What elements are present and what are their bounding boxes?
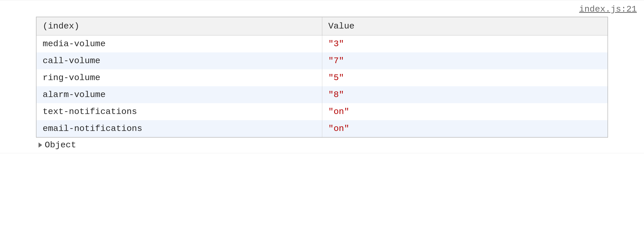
object-expand-row[interactable]: Object — [39, 140, 644, 150]
cell-value: "8" — [322, 86, 608, 103]
cell-index: alarm-volume — [36, 86, 322, 103]
source-file-link[interactable]: index.js:21 — [579, 4, 637, 14]
data-table: (index) Value media-volume "3" call-volu… — [36, 17, 608, 138]
cell-value: "on" — [322, 120, 608, 137]
console-log-entry: index.js:21 (index) Value media-volume "… — [0, 0, 644, 153]
cell-index: call-volume — [36, 52, 322, 69]
table-row[interactable]: email-notifications "on" — [36, 120, 608, 137]
table-row[interactable]: alarm-volume "8" — [36, 86, 608, 103]
console-table: (index) Value media-volume "3" call-volu… — [36, 17, 608, 138]
table-row[interactable]: ring-volume "5" — [36, 69, 608, 86]
cell-index: email-notifications — [36, 120, 322, 137]
cell-index: text-notifications — [36, 103, 322, 120]
cell-index: ring-volume — [36, 69, 322, 86]
object-label: Object — [45, 140, 76, 150]
cell-value: "on" — [322, 103, 608, 120]
cell-index: media-volume — [36, 35, 322, 53]
cell-value: "5" — [322, 69, 608, 86]
table-row[interactable]: media-volume "3" — [36, 35, 608, 53]
disclosure-triangle-icon — [39, 142, 42, 148]
header-value[interactable]: Value — [322, 17, 608, 35]
cell-value: "7" — [322, 52, 608, 69]
table-row[interactable]: call-volume "7" — [36, 52, 608, 69]
table-row[interactable]: text-notifications "on" — [36, 103, 608, 120]
header-index[interactable]: (index) — [36, 17, 322, 35]
cell-value: "3" — [322, 35, 608, 53]
